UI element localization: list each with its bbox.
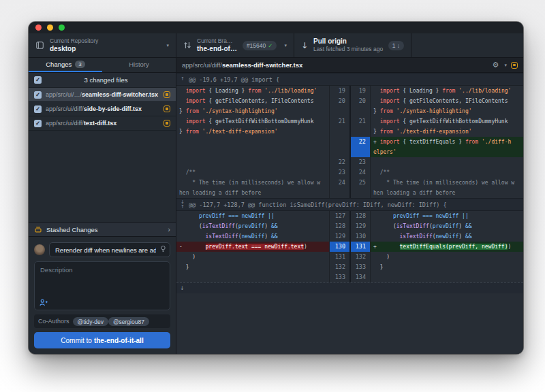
current-branch-button[interactable]: Current Bra… the-end-of… #15640 ✓ ▾ bbox=[176, 33, 294, 57]
pull-origin-button[interactable]: ↓ Pull origin Last fetched 3 minutes ago… bbox=[294, 33, 411, 57]
titlebar bbox=[29, 22, 523, 33]
line-number-new[interactable]: 20 bbox=[349, 96, 370, 116]
file-checkbox[interactable]: ✓ bbox=[34, 105, 42, 113]
commit-summary-input[interactable] bbox=[49, 242, 170, 257]
code-line bbox=[373, 157, 521, 167]
add-coauthor-icon[interactable] bbox=[40, 299, 48, 306]
commit-button[interactable]: Commit to the-end-of-it-all bbox=[34, 332, 170, 348]
line-number-old[interactable]: 128 bbox=[329, 221, 349, 231]
code-line: import { getFileContents, IFileContents bbox=[179, 96, 327, 106]
expand-hunk-icon[interactable]: ↓↑ bbox=[176, 200, 189, 210]
expand-hunk-icon[interactable]: ↑ bbox=[176, 77, 189, 82]
code-line: /** bbox=[373, 167, 521, 178]
line-number-new[interactable]: 133 bbox=[349, 262, 370, 272]
line-number-new[interactable]: 128 bbox=[349, 211, 370, 221]
pull-title: Pull origin bbox=[313, 37, 383, 46]
chevron-down-icon[interactable]: ▾ bbox=[504, 63, 507, 68]
stash-icon bbox=[34, 225, 42, 233]
branch-label: Current Bra… bbox=[197, 37, 237, 45]
file-name: side-by-side-diff.tsx bbox=[84, 105, 142, 112]
toolbar-filler bbox=[411, 33, 523, 57]
tab-changes[interactable]: Changes 3 bbox=[29, 58, 102, 72]
code-line: import { Loading } from '../lib/loading' bbox=[179, 86, 327, 96]
line-number-old[interactable]: 22 bbox=[329, 157, 349, 167]
coauthors-row[interactable]: Co-Authors @tidy-dev@sergiou87 bbox=[34, 314, 170, 328]
coauthor-pill[interactable]: @tidy-dev bbox=[73, 317, 108, 326]
hunk-header-text: @@ -127,7 +128,7 @@ function isSameDiff(… bbox=[189, 201, 447, 208]
stashed-changes-row[interactable]: Stashed Changes › bbox=[29, 222, 176, 237]
lightbulb-icon[interactable] bbox=[159, 245, 167, 253]
line-number-old[interactable] bbox=[329, 137, 349, 157]
expand-down-row[interactable]: ↓ bbox=[176, 282, 523, 293]
current-repository-button[interactable]: Current Repository desktop ▾ bbox=[29, 33, 176, 57]
line-number-old[interactable]: 20 bbox=[329, 96, 349, 116]
diff-row: 22+ import { textDiffEquals } from './di… bbox=[176, 137, 523, 157]
chevron-down-icon: ▾ bbox=[284, 43, 287, 48]
file-row[interactable]: ✓app/src/ui/diff/text-diff.tsx bbox=[29, 116, 176, 131]
line-number-new[interactable]: 19 bbox=[349, 86, 370, 96]
diff-left-cell: - prevDiff.text === newDiff.text) bbox=[176, 242, 329, 252]
line-number-new[interactable]: 24 bbox=[349, 167, 370, 178]
line-number-old[interactable]: 23 bbox=[329, 167, 349, 178]
diff-right-cell bbox=[370, 157, 523, 167]
commit-description-input[interactable] bbox=[35, 262, 170, 299]
diff-row: import { Loading } from '../lib/loading'… bbox=[176, 86, 523, 96]
line-number-new[interactable]: 25 bbox=[349, 178, 370, 198]
diff-row: 133134 bbox=[176, 272, 523, 282]
diff-row: import { getTextDiffWithBottomDummyHunk}… bbox=[176, 116, 523, 137]
tab-history-label: History bbox=[129, 61, 149, 68]
line-number-old[interactable]: 24 bbox=[329, 178, 349, 198]
diff-file-path: app/src/ui/diff/seamless-diff-switcher.t… bbox=[182, 61, 488, 69]
line-number-new[interactable]: 23 bbox=[349, 157, 370, 167]
line-number-new[interactable]: 132 bbox=[349, 252, 370, 262]
code-line bbox=[179, 272, 327, 282]
line-number-new[interactable]: 134 bbox=[349, 272, 370, 282]
line-number-old[interactable]: 130 bbox=[329, 242, 349, 252]
file-checkbox[interactable]: ✓ bbox=[34, 120, 42, 127]
code-line: * The time (in milliseconds) we allow w bbox=[373, 178, 521, 188]
close-window-button[interactable] bbox=[35, 24, 42, 31]
file-name: text-diff.tsx bbox=[84, 120, 117, 127]
tab-history[interactable]: History bbox=[102, 58, 176, 72]
line-number-new[interactable]: 21 bbox=[349, 116, 370, 137]
pr-status-badge[interactable]: #15640 ✓ bbox=[243, 41, 277, 50]
ci-check-icon: ✓ bbox=[268, 42, 272, 49]
line-number-new[interactable]: 130 bbox=[349, 231, 370, 242]
hunk-header-text: @@ -19,6 +19,7 @@ import { bbox=[189, 76, 279, 83]
code-line: prevDiff === newDiff || bbox=[373, 211, 521, 221]
file-checkbox[interactable]: ✓ bbox=[34, 91, 42, 99]
diff-left-cell: (isTextDiff(prevDiff) && bbox=[176, 221, 329, 231]
hunk-header: ↓↑@@ -127,7 +128,7 @@ function isSameDif… bbox=[176, 198, 523, 211]
code-line bbox=[179, 147, 327, 157]
line-number-old[interactable]: 129 bbox=[329, 231, 349, 242]
arrow-down-icon: ↓ bbox=[180, 285, 185, 291]
line-number-old[interactable]: 132 bbox=[329, 262, 349, 272]
diff-left-cell: /** bbox=[176, 167, 329, 178]
file-row[interactable]: ✓app/src/ui/diff/side-by-side-diff.tsx bbox=[29, 102, 176, 116]
diff-row: prevDiff === newDiff ||127128 prevDiff =… bbox=[176, 211, 523, 221]
line-number-new[interactable]: 131 bbox=[349, 242, 370, 252]
line-number-new[interactable]: 22 bbox=[349, 137, 370, 157]
minimize-window-button[interactable] bbox=[47, 24, 53, 31]
chevron-right-icon: › bbox=[168, 226, 170, 233]
zoom-window-button[interactable] bbox=[59, 24, 65, 31]
diff-left-cell: } bbox=[176, 262, 329, 272]
gear-icon[interactable]: ⚙ bbox=[493, 61, 499, 69]
code-line: + textDiffEquals(prevDiff, newDiff)) bbox=[373, 242, 521, 252]
file-path: app/src/ui/diff/side-by-side-diff.tsx bbox=[46, 105, 159, 112]
line-number-old[interactable]: 21 bbox=[329, 116, 349, 137]
file-row[interactable]: ✓app/src/ui/…/seamless-diff-switcher.tsx bbox=[29, 88, 176, 102]
code-line: } from './syntax-highlighting' bbox=[373, 106, 521, 116]
coauthor-pill[interactable]: @sergiou87 bbox=[108, 317, 149, 326]
code-line: hen loading a diff before bbox=[179, 188, 327, 198]
code-line: } bbox=[179, 262, 327, 272]
file-path-prefix: app/src/ui/…/ bbox=[46, 91, 82, 98]
line-number-old[interactable]: 127 bbox=[329, 211, 349, 221]
line-number-new[interactable]: 129 bbox=[349, 221, 370, 231]
select-all-checkbox[interactable]: ✓ bbox=[34, 76, 42, 84]
line-number-old[interactable]: 19 bbox=[329, 86, 349, 96]
line-number-old[interactable]: 131 bbox=[329, 252, 349, 262]
pr-number: #15640 bbox=[247, 42, 266, 49]
line-number-old[interactable]: 133 bbox=[329, 272, 349, 282]
coauthors-label: Co-Authors bbox=[38, 318, 69, 325]
